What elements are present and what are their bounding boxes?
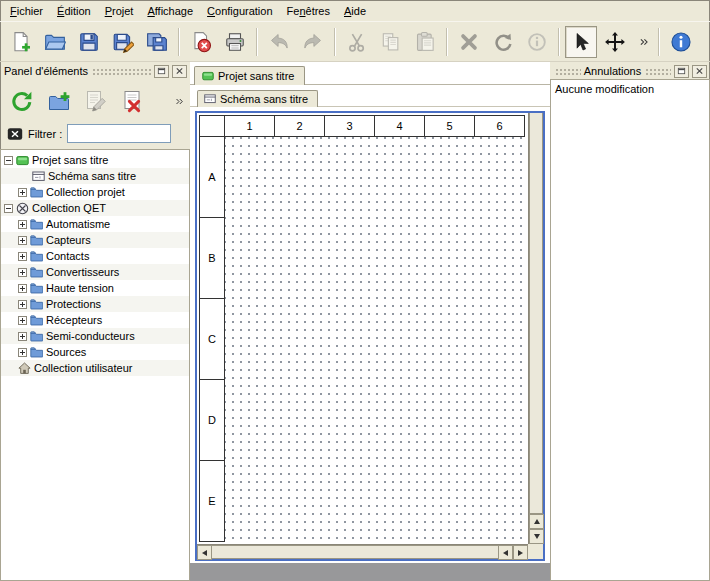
cut-button[interactable] (341, 26, 373, 58)
tree-item-collection-qet[interactable]: Collection QET (1, 200, 189, 216)
delete-element-button[interactable] (118, 86, 148, 116)
tree-item-collection-projet[interactable]: Collection projet (1, 184, 189, 200)
tree-item-sources[interactable]: Sources (1, 344, 189, 360)
undo-panel-float-button[interactable] (674, 65, 689, 78)
save-button[interactable] (73, 26, 105, 58)
collapse-toggle-icon[interactable] (4, 204, 13, 213)
expand-toggle-icon[interactable] (18, 236, 27, 245)
undo-panel-grip-right[interactable] (644, 67, 671, 75)
expand-toggle-icon[interactable] (18, 188, 27, 197)
menu-item-fenetres[interactable]: Fenêtres (280, 0, 337, 21)
scroll-right-button[interactable] (513, 545, 528, 560)
project-icon (16, 154, 29, 167)
diagram-view[interactable]: 123456 ABCDE (195, 111, 545, 561)
column-header-6: 6 (475, 115, 525, 137)
menu-item-edition[interactable]: Édition (50, 0, 98, 21)
undo-history-list: Aucune modification (550, 79, 710, 581)
folder-icon (30, 314, 43, 327)
tree-item-haute-tension[interactable]: Haute tension (1, 280, 189, 296)
tree-item-schema-sans-titre[interactable]: Schéma sans titre (1, 168, 189, 184)
expand-toggle-icon[interactable] (18, 332, 27, 341)
vertical-scrollbar[interactable] (528, 113, 543, 544)
undo-panel-grip[interactable] (554, 67, 581, 75)
clear-filter-icon[interactable] (7, 126, 23, 142)
tree-item-label: Collection utilisateur (34, 362, 132, 374)
expand-toggle-icon[interactable] (18, 268, 27, 277)
redo-arrow-icon (302, 31, 324, 53)
vertical-scrollbar-thumb[interactable] (529, 113, 543, 514)
save-all-icon (146, 31, 168, 53)
diagram-canvas[interactable]: 123456 ABCDE (197, 113, 528, 544)
column-header-3: 3 (325, 115, 375, 137)
tree-item-label: Convertisseurs (46, 266, 119, 278)
new-element-button[interactable] (44, 86, 74, 116)
reload-collections-button[interactable] (7, 86, 37, 116)
elements-panel-grip[interactable] (91, 67, 151, 75)
expand-toggle-icon[interactable] (18, 316, 27, 325)
double-chevron-icon (636, 35, 650, 49)
horizontal-scrollbar-thumb[interactable] (212, 545, 498, 559)
row-header-B: B (199, 218, 225, 299)
diagram-tab[interactable]: Schéma sans titre (197, 90, 318, 107)
expand-toggle-icon[interactable] (18, 220, 27, 229)
rotate-button[interactable] (487, 26, 519, 58)
tree-item-contacts[interactable]: Contacts (1, 248, 189, 264)
menu-item-projet[interactable]: Projet (98, 0, 141, 21)
elements-panel-close-button[interactable] (172, 65, 187, 78)
delete-button[interactable] (453, 26, 485, 58)
tree-item-projet-sans-titre[interactable]: Projet sans titre (1, 152, 189, 168)
horizontal-scrollbar[interactable] (197, 544, 528, 559)
close-project-button[interactable] (185, 26, 217, 58)
expand-toggle-icon[interactable] (18, 284, 27, 293)
delete-cross-icon (458, 31, 480, 53)
elements-panel-float-button[interactable] (154, 65, 169, 78)
project-tab[interactable]: Projet sans titre (194, 66, 305, 85)
project-tab-bar: Projet sans titre (190, 62, 550, 85)
tree-item-collection-utilisateur[interactable]: Collection utilisateur (1, 360, 189, 376)
tree-item-convertisseurs[interactable]: Convertisseurs (1, 264, 189, 280)
collapse-toggle-icon[interactable] (4, 156, 13, 165)
select-mode-button[interactable] (565, 26, 597, 58)
tree-item-label: Semi-conducteurs (46, 330, 135, 342)
tree-item-protections[interactable]: Protections (1, 296, 189, 312)
scroll-down-button[interactable] (529, 529, 544, 544)
pan-mode-button[interactable] (599, 26, 631, 58)
expand-toggle-icon[interactable] (18, 252, 27, 261)
expand-toggle-icon[interactable] (18, 300, 27, 309)
redo-button[interactable] (297, 26, 329, 58)
new-document-icon (10, 31, 32, 53)
tree-item-automatisme[interactable]: Automatisme (1, 216, 189, 232)
tree-item-semi-conducteurs[interactable]: Semi-conducteurs (1, 328, 189, 344)
scroll-left-button[interactable] (197, 545, 212, 560)
tree-item-recepteurs[interactable]: Récepteurs (1, 312, 189, 328)
undo-button[interactable] (263, 26, 295, 58)
filter-input[interactable] (67, 124, 171, 143)
new-project-button[interactable] (5, 26, 37, 58)
menu-item-fichier[interactable]: Fichier (3, 0, 50, 21)
tree-item-label: Collection projet (46, 186, 125, 198)
paste-button[interactable] (409, 26, 441, 58)
scroll-left-button-end[interactable] (498, 545, 513, 560)
elements-toolbar-overflow-button[interactable] (170, 86, 186, 116)
print-button[interactable] (219, 26, 251, 58)
undo-panel-close-button[interactable] (692, 65, 707, 78)
element-info-button[interactable] (521, 26, 553, 58)
save-as-button[interactable] (107, 26, 139, 58)
expand-toggle-icon[interactable] (18, 348, 27, 357)
open-project-button[interactable] (39, 26, 71, 58)
menu-item-configuration[interactable]: Configuration (200, 0, 279, 21)
menu-item-affichage[interactable]: Affichage (140, 0, 200, 21)
folder-icon (30, 218, 43, 231)
menu-item-aide[interactable]: Aide (337, 0, 373, 21)
element-delete-icon (121, 89, 145, 113)
scroll-up-button[interactable] (529, 514, 544, 529)
edit-element-button[interactable] (81, 86, 111, 116)
save-all-button[interactable] (141, 26, 173, 58)
filter-row: Filtrer : (0, 123, 190, 149)
toolbar-overflow-button[interactable] (633, 26, 653, 58)
tree-item-capteurs[interactable]: Capteurs (1, 232, 189, 248)
diagram-grid[interactable] (225, 137, 528, 544)
about-button[interactable] (665, 26, 697, 58)
copy-button[interactable] (375, 26, 407, 58)
diagram-tab-label: Schéma sans titre (220, 93, 308, 105)
